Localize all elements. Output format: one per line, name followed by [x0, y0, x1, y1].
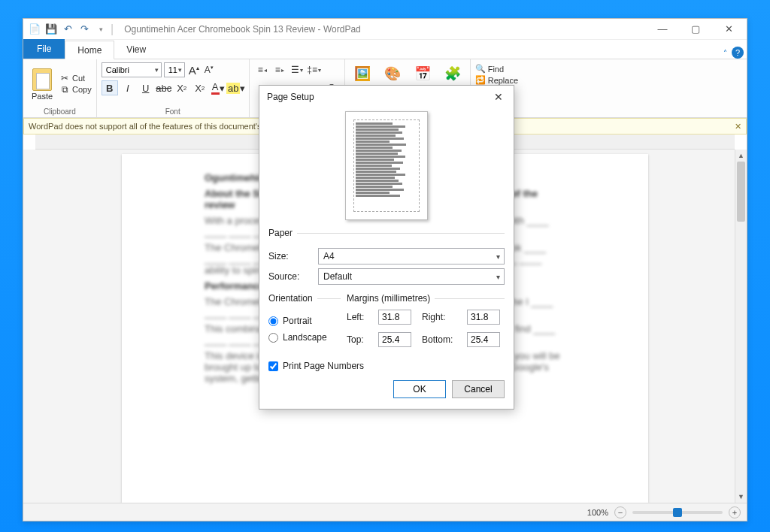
- cancel-button[interactable]: Cancel: [452, 380, 505, 398]
- dialog-mask: Page Setup ✕ Paper Size:: [23, 19, 747, 521]
- page-setup-dialog: Page Setup ✕ Paper Size:: [259, 85, 514, 410]
- margin-top-input[interactable]: [378, 332, 411, 347]
- dialog-close-icon[interactable]: ✕: [491, 91, 506, 103]
- portrait-radio[interactable]: Portrait: [268, 316, 341, 326]
- size-label: Size:: [268, 251, 312, 261]
- paper-source-combo[interactable]: Default: [318, 268, 505, 285]
- left-label: Left:: [347, 312, 372, 322]
- wordpad-window: 📄 💾 ↶ ↷ ▾ | Oguntimehin Acer Chromebook …: [23, 18, 747, 521]
- paper-size-combo[interactable]: A4: [318, 248, 505, 264]
- orientation-legend: Orientation: [268, 293, 317, 304]
- dialog-title: Page Setup: [267, 92, 314, 102]
- right-label: Right:: [422, 312, 461, 322]
- margins-legend: Margins (millimetres): [347, 293, 435, 304]
- top-label: Top:: [347, 334, 372, 345]
- bottom-label: Bottom:: [422, 334, 461, 345]
- source-label: Source:: [268, 271, 312, 282]
- ok-button[interactable]: OK: [393, 380, 446, 398]
- margin-right-input[interactable]: [467, 310, 500, 325]
- margin-bottom-input[interactable]: [467, 332, 500, 347]
- paper-legend: Paper: [268, 228, 297, 238]
- page-preview: [345, 111, 428, 220]
- landscape-radio[interactable]: Landscape: [268, 332, 341, 343]
- print-page-numbers-checkbox[interactable]: Print Page Numbers: [268, 361, 505, 371]
- margin-left-input[interactable]: [378, 310, 411, 325]
